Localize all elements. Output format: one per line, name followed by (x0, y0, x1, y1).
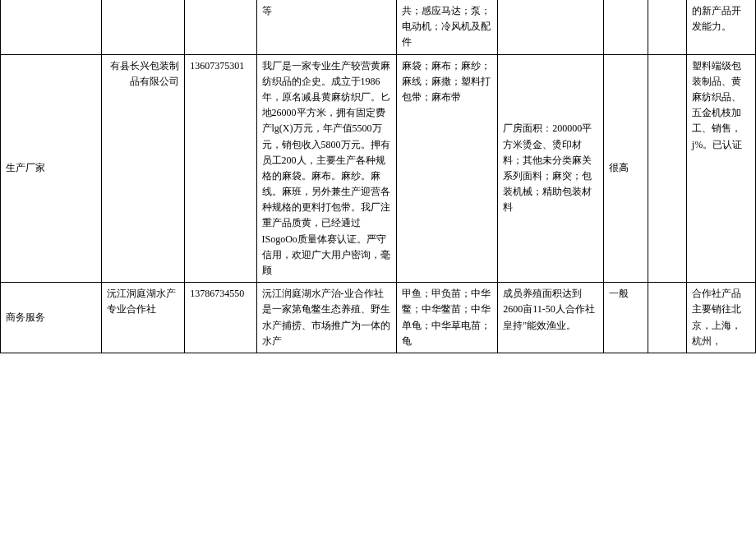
cell-notes: 塑料端级包装制品、黄麻纺织品、五金机枝加工、销售，j%。已认证 (686, 54, 755, 283)
cell (604, 0, 648, 54)
cell-description: 我厂是一家专业生产较营黄麻纺织品的企史。成立于1986年，原名减县黄麻纺织厂。匕… (256, 54, 396, 283)
cell-phone: 13786734550 (185, 283, 256, 353)
cell-category: 商务服务 (1, 283, 102, 353)
cell (648, 283, 686, 353)
cell: 共；感应马达；泵；电动机；冷风机及配件 (396, 0, 497, 54)
cell (498, 0, 604, 54)
cell: 的新产品开发能力。 (686, 0, 755, 54)
cell (185, 0, 256, 54)
table-row: 生产厂家 有县长兴包装制品有限公司 13607375301 我厂是一家专业生产较… (1, 54, 756, 283)
cell (648, 0, 686, 54)
cell-category: 生产厂家 (1, 54, 102, 283)
cell-company: 沅江洞庭湖水产专业合作社 (102, 283, 185, 353)
cell-products: 甲鱼；甲负苗；中华鳖；中华鳖苗；中华单龟；中华草电苗；龟 (396, 283, 497, 353)
cell-facility: 成员养殖面积达到2600亩11-50人合作社皇持"能效渔业。 (498, 283, 604, 353)
cell-rating: 一般 (604, 283, 648, 353)
table-row: 商务服务 沅江洞庭湖水产专业合作社 13786734550 沅江润庭湖水产治-业… (1, 283, 756, 353)
cell-facility: 厂房面积：200000平方米烫金、烫印材料；其他未分类麻关系列面料；麻突；包装机… (498, 54, 604, 283)
data-table: 等 共；感应马达；泵；电动机；冷风机及配件 的新产品开发能力。 生产厂家 有县长… (0, 0, 756, 353)
cell (648, 54, 686, 283)
cell-rating: 很高 (604, 54, 648, 283)
cell-description: 沅江润庭湖水产治-业合作社是一家第龟鳖生态养殖、野生水产捕捞、市场推广为一体的水… (256, 283, 396, 353)
cell-products: 麻袋；麻布；麻纱；麻线；麻撒；塑料打包带；麻布带 (396, 54, 497, 283)
cell-phone: 13607375301 (185, 54, 256, 283)
cell (1, 0, 102, 54)
cell (102, 0, 185, 54)
cell: 等 (256, 0, 396, 54)
cell-notes: 合作社产品主要销往北京，上海，杭州， (686, 283, 755, 353)
cell-company: 有县长兴包装制品有限公司 (102, 54, 185, 283)
table-row: 等 共；感应马达；泵；电动机；冷风机及配件 的新产品开发能力。 (1, 0, 756, 54)
